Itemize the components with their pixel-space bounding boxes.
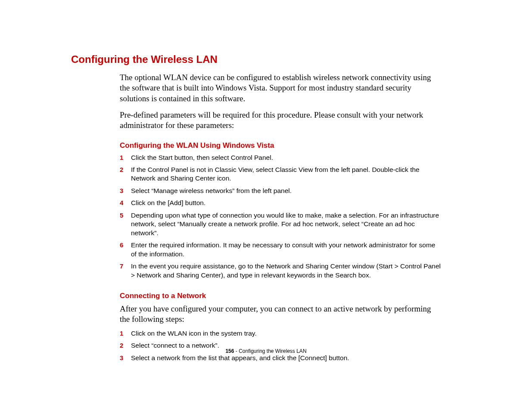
list-item: 7In the event you require assistance, go… xyxy=(120,262,442,280)
step-number: 3 xyxy=(120,354,131,362)
intro-paragraph-2: Pre-defined parameters will be required … xyxy=(120,110,442,131)
step-text: In the event you require assistance, go … xyxy=(131,262,442,280)
step-text: Select a network from the list that appe… xyxy=(131,354,442,362)
footer-separator: - xyxy=(234,348,239,354)
list-item: 4Click on the [Add] button. xyxy=(120,199,442,207)
list-item: 2If the Control Panel is not in Classic … xyxy=(120,165,442,183)
list-item: 6Enter the required information. It may … xyxy=(120,241,442,258)
connecting-intro: After you have configured your computer,… xyxy=(120,304,442,325)
main-title: Configuring the Wireless LAN xyxy=(71,53,446,65)
list-item: 1Click on the WLAN icon in the system tr… xyxy=(120,329,442,338)
connect-steps-list: 1Click on the WLAN icon in the system tr… xyxy=(120,329,442,362)
step-text: Depending upon what type of connection y… xyxy=(131,211,442,237)
step-number: 1 xyxy=(120,329,131,338)
step-number: 4 xyxy=(120,199,131,207)
list-item: 1Click the Start button, then select Con… xyxy=(120,153,442,162)
page-footer: 156 - Configuring the Wireless LAN xyxy=(0,348,532,354)
step-text: Select “Manage wireless networks” from t… xyxy=(131,187,442,195)
step-number: 3 xyxy=(120,187,131,195)
step-number: 6 xyxy=(120,241,131,249)
step-text: Enter the required information. It may b… xyxy=(131,241,442,258)
list-item: 3Select a network from the list that app… xyxy=(120,354,442,362)
step-number: 2 xyxy=(120,165,131,174)
step-text: Click on the WLAN icon in the system tra… xyxy=(131,329,442,338)
page-content: Configuring the Wireless LAN The optiona… xyxy=(71,53,446,366)
step-text: Click the Start button, then select Cont… xyxy=(131,153,442,162)
section-heading-connecting: Connecting to a Network xyxy=(120,292,442,300)
footer-label: Configuring the Wireless LAN xyxy=(239,348,306,354)
step-text: Click on the [Add] button. xyxy=(131,199,442,207)
page-number: 156 xyxy=(225,348,234,354)
step-number: 5 xyxy=(120,211,131,220)
intro-block: The optional WLAN device can be configur… xyxy=(120,72,442,362)
list-item: 3Select “Manage wireless networks” from … xyxy=(120,187,442,195)
step-text: If the Control Panel is not in Classic V… xyxy=(131,165,442,183)
intro-paragraph-1: The optional WLAN device can be configur… xyxy=(120,72,442,104)
section-heading-configuring: Configuring the WLAN Using Windows Vista xyxy=(120,141,442,150)
step-number: 1 xyxy=(120,153,131,162)
list-item: 5Depending upon what type of connection … xyxy=(120,211,442,237)
configure-steps-list: 1Click the Start button, then select Con… xyxy=(120,153,442,280)
step-number: 7 xyxy=(120,262,131,271)
